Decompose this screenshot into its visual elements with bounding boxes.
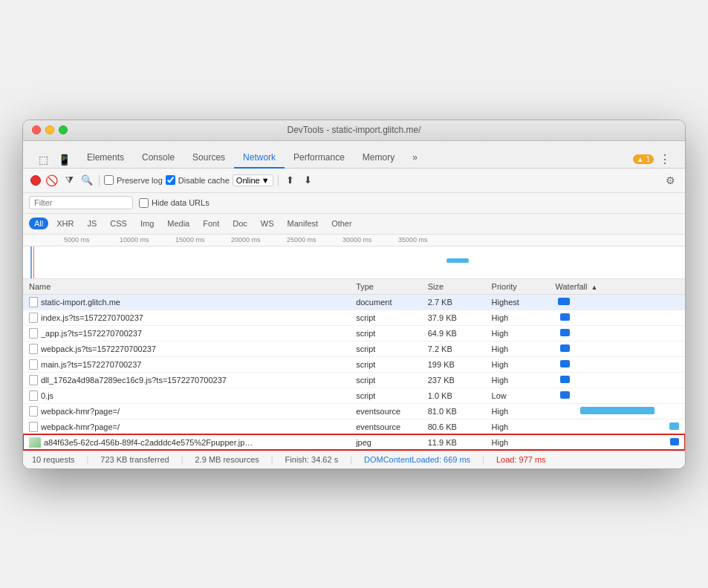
table-row[interactable]: main.js?ts=1572270700237script199 KBHigh: [23, 356, 685, 372]
preserve-log-input[interactable]: [104, 175, 114, 185]
file-icon: [29, 391, 38, 401]
file-icon: [29, 344, 38, 354]
filter-css[interactable]: CSS: [105, 218, 132, 229]
tab-performance[interactable]: Performance: [285, 148, 354, 169]
waterfall-bar: [560, 376, 570, 383]
table-row[interactable]: 0.jsscript1.0 KBLow: [23, 388, 685, 403]
table-row[interactable]: webpack.js?ts=1572270700237script7.2 KBH…: [23, 341, 685, 356]
filter-doc[interactable]: Doc: [227, 218, 253, 229]
tab-network[interactable]: Network: [234, 148, 285, 169]
warning-badge: ▲ 1: [633, 154, 654, 164]
network-table: Name Type Size Priority Waterfall ▲ stat…: [23, 279, 685, 451]
filter-img[interactable]: Img: [135, 218, 159, 229]
cell-waterfall: [549, 434, 685, 450]
more-options-icon[interactable]: ⋮: [657, 151, 673, 168]
preserve-log-checkbox[interactable]: Preserve log: [104, 175, 163, 185]
filter-ws[interactable]: WS: [256, 218, 279, 229]
table-row[interactable]: index.js?ts=1572270700237script37.9 KBHi…: [23, 310, 685, 325]
cell-priority: High: [486, 419, 550, 434]
table-row[interactable]: _app.js?ts=1572270700237script64.9 KBHig…: [23, 325, 685, 341]
filter-font[interactable]: Font: [198, 218, 224, 229]
filter-other[interactable]: Other: [326, 218, 357, 229]
filter-xhr[interactable]: XHR: [51, 218, 79, 229]
cell-name: a84f63e5-62cd-456b-89f4-c2adddc4e575%2Fp…: [23, 434, 350, 450]
table-row[interactable]: static-import.glitch.medocument2.7 KBHig…: [23, 294, 685, 310]
cell-type: eventsource: [350, 419, 422, 434]
throttle-select[interactable]: Online ▼: [233, 174, 273, 186]
col-header-priority[interactable]: Priority: [486, 279, 550, 295]
waterfall-bar: [560, 344, 570, 352]
cell-size: 80.6 KB: [422, 419, 486, 434]
table-row[interactable]: a84f63e5-62cd-456b-89f4-c2adddc4e575%2Fp…: [23, 434, 685, 450]
tab-elements[interactable]: Elements: [78, 148, 133, 169]
file-name: index.js?ts=1572270700237: [41, 313, 143, 322]
cell-size: 1.0 KB: [422, 388, 486, 403]
cell-priority: High: [486, 341, 550, 356]
cell-name: static-import.glitch.me: [23, 294, 350, 310]
table-row[interactable]: webpack-hmr?page=/eventsource81.0 KBHigh: [23, 403, 685, 419]
cell-size: 81.0 KB: [422, 403, 486, 419]
cell-waterfall: [549, 419, 685, 434]
cell-name: dll_1762a4d98a7289ec16c9.js?ts=157227070…: [23, 372, 350, 388]
table-body: static-import.glitch.medocument2.7 KBHig…: [23, 294, 685, 450]
waterfall-bar: [560, 360, 570, 368]
cell-priority: High: [486, 356, 550, 372]
cell-waterfall: [549, 388, 685, 403]
hide-data-urls-input[interactable]: [139, 198, 149, 208]
filter-media[interactable]: Media: [162, 218, 195, 229]
table-row[interactable]: dll_1762a4d98a7289ec16c9.js?ts=157227070…: [23, 372, 685, 388]
device-icon[interactable]: 📱: [56, 151, 72, 168]
tick-20000: 20000 ms: [231, 236, 261, 244]
tab-console[interactable]: Console: [133, 148, 184, 169]
transferred-size: 723 KB transferred: [100, 455, 169, 464]
download-icon[interactable]: ⬇: [301, 173, 316, 188]
tab-more[interactable]: »: [403, 148, 426, 169]
file-name: 0.js: [41, 391, 53, 400]
filter-input[interactable]: [29, 196, 133, 209]
cell-name: webpack-hmr?page=/: [23, 403, 350, 419]
search-button[interactable]: 🔍: [79, 173, 94, 188]
disable-cache-checkbox[interactable]: Disable cache: [166, 175, 230, 185]
separator-1: [99, 174, 100, 186]
minimize-button[interactable]: [45, 125, 54, 134]
close-button[interactable]: [32, 125, 41, 134]
filter-manifest[interactable]: Manifest: [282, 218, 324, 229]
col-header-waterfall[interactable]: Waterfall ▲: [549, 279, 685, 295]
cell-size: 7.2 KB: [422, 341, 486, 356]
tick-35000: 35000 ms: [398, 236, 428, 244]
cell-size: 237 KB: [422, 372, 486, 388]
cell-size: 64.9 KB: [422, 325, 486, 341]
maximize-button[interactable]: [59, 125, 68, 134]
cell-name: 0.js: [23, 388, 350, 403]
record-button[interactable]: [30, 175, 41, 186]
filter-all[interactable]: All: [29, 218, 48, 229]
tabs-row: ⬚ 📱 Elements Console Sources Network Per…: [29, 141, 679, 168]
settings-icon[interactable]: ⚙: [663, 173, 678, 188]
cell-priority: High: [486, 372, 550, 388]
waterfall-bar: [669, 422, 679, 430]
filter-icon[interactable]: ⧩: [62, 173, 77, 188]
resources-size: 2.9 MB resources: [195, 455, 259, 464]
tab-sources[interactable]: Sources: [184, 148, 234, 169]
file-icon: [29, 359, 38, 370]
tab-memory[interactable]: Memory: [354, 148, 403, 169]
cell-name: index.js?ts=1572270700237: [23, 310, 350, 325]
table-row[interactable]: webpack-hmr?page=/eventsource80.6 KBHigh: [23, 419, 685, 434]
col-header-size[interactable]: Size: [422, 279, 486, 295]
filter-js[interactable]: JS: [82, 218, 102, 229]
cell-waterfall: [549, 341, 685, 356]
file-name: a84f63e5-62cd-456b-89f4-c2adddc4e575%2Fp…: [44, 438, 253, 447]
cell-priority: High: [486, 325, 550, 341]
clear-button[interactable]: 🚫: [44, 173, 59, 188]
disable-cache-input[interactable]: [166, 175, 175, 185]
col-header-name[interactable]: Name: [23, 279, 350, 295]
upload-icon[interactable]: ⬆: [283, 173, 298, 188]
finish-time: Finish: 34.62 s: [285, 455, 339, 464]
hide-data-urls-checkbox[interactable]: Hide data URLs: [139, 198, 210, 208]
network-table-container[interactable]: Name Type Size Priority Waterfall ▲ stat…: [23, 279, 685, 451]
col-header-type[interactable]: Type: [350, 279, 422, 295]
cell-priority: Low: [486, 388, 550, 403]
inspect-icon[interactable]: ⬚: [35, 151, 51, 168]
cell-priority: Highest: [486, 294, 550, 310]
filter-type-row: All XHR JS CSS Img Media Font Doc WS Man…: [23, 214, 685, 235]
